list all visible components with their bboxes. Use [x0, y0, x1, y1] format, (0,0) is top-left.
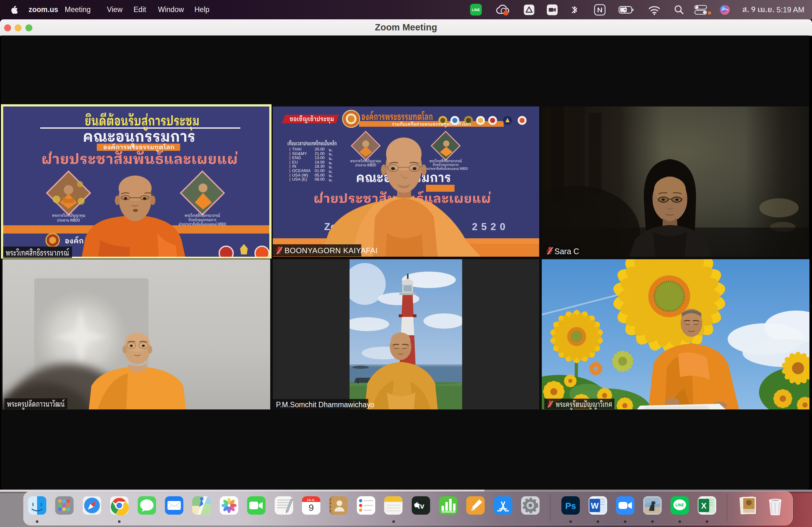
svg-text:W: W: [591, 501, 599, 511]
svg-text:X: X: [701, 501, 707, 511]
svg-text:Ps: Ps: [565, 501, 576, 511]
svg-text:9: 9: [309, 502, 314, 513]
svg-text:LINE: LINE: [675, 503, 684, 507]
